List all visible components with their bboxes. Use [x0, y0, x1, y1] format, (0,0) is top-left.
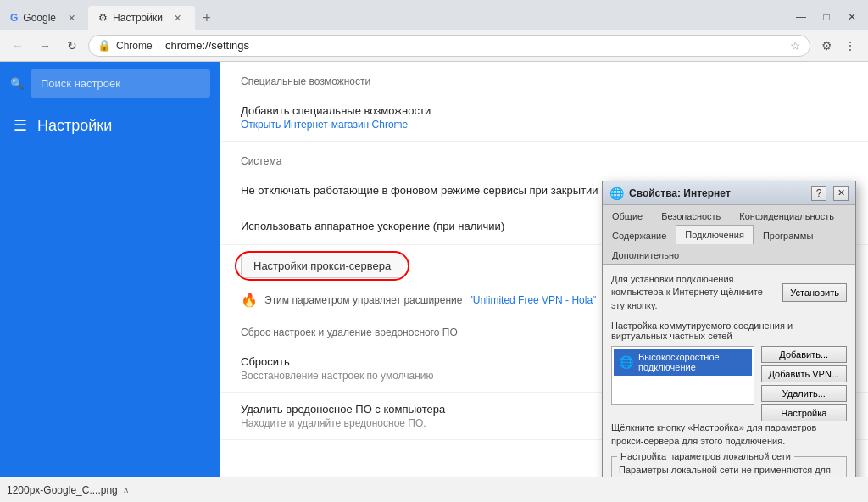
add-features-title: Добавить специальные возможности — [241, 104, 848, 117]
download-chevron-icon[interactable]: ∧ — [123, 485, 129, 494]
settings-tab-label: Настройки — [113, 12, 163, 24]
internet-properties-dialog: 🌐 Свойства: Интернет ? ✕ Общие Безопасно… — [602, 181, 856, 477]
title-bar: G Google ✕ ⚙ Настройки ✕ + — □ ✕ — [0, 0, 868, 30]
flame-icon: 🔥 — [241, 292, 258, 308]
open-store-link[interactable]: Открыть Интернет-магазин Chrome — [241, 119, 848, 131]
settings-tab-icon: ⚙ — [98, 12, 108, 24]
search-icon: 🔍 — [10, 77, 24, 90]
minimize-button[interactable]: — — [788, 8, 814, 26]
tab-connections[interactable]: Подключения — [676, 225, 754, 244]
search-input[interactable] — [31, 69, 210, 98]
close-button[interactable]: ✕ — [839, 8, 865, 26]
back-button[interactable]: ← — [7, 35, 29, 57]
tab-security[interactable]: Безопасность — [652, 207, 730, 225]
lan-section-title: Настройка параметров локальной сети — [617, 451, 794, 461]
proxy-hint-text: Щёлкните кнопку «Настройка» для параметр… — [611, 421, 847, 448]
extension-prefix: Этим параметром управляет расширение — [264, 294, 462, 306]
extensions-button[interactable]: ⚙ — [815, 35, 837, 57]
add-features-item: Добавить специальные возможности Открыть… — [220, 94, 868, 142]
window-controls: — □ ✕ — [788, 8, 868, 30]
tab-settings[interactable]: ⚙ Настройки ✕ — [88, 6, 195, 30]
connection-list: 🌐 Высокоскоростное подключение — [611, 346, 754, 405]
settings-search-bar: 🔍 — [0, 62, 220, 104]
install-row: Для установки подключения компьютера к И… — [611, 273, 847, 312]
settings-button[interactable]: Настройка — [761, 404, 847, 421]
install-text: Для установки подключения компьютера к И… — [611, 273, 776, 312]
lan-desc: Параметры локальной сети не применяются … — [619, 464, 839, 477]
connection-buttons-col: Добавить... Добавить VPN... Удалить... Н… — [761, 346, 847, 421]
extension-link[interactable]: "Unlimited Free VPN - Hola" — [469, 294, 596, 306]
special-section-header: Специальные возможности — [220, 62, 868, 94]
dialog-body: Для установки подключения компьютера к И… — [603, 265, 855, 477]
sidebar-header: ☰ Настройки — [0, 104, 220, 147]
address-separator: | — [158, 39, 160, 52]
add-button[interactable]: Добавить... — [761, 346, 847, 363]
tab-google[interactable]: G Google ✕ — [0, 6, 88, 30]
tab-programs[interactable]: Программы — [754, 226, 822, 244]
download-item[interactable]: 1200px-Google_C....png ∧ — [7, 484, 129, 496]
google-tab-icon: G — [10, 12, 18, 24]
dialog-tabs: Общие Безопасность Конфиденциальность Со… — [603, 205, 855, 265]
sidebar-title: Настройки — [37, 117, 112, 135]
dialog-icon: 🌐 — [609, 187, 624, 200]
install-button[interactable]: Установить — [782, 283, 847, 302]
highspeed-connection-item[interactable]: 🌐 Высокоскоростное подключение — [614, 349, 752, 376]
secure-icon: 🔒 — [97, 39, 111, 52]
google-tab-label: Google — [23, 12, 56, 24]
connection-label: Высокоскоростное подключение — [638, 352, 747, 372]
download-filename: 1200px-Google_C....png — [7, 484, 118, 496]
content-area: 🔍 ☰ Настройки Специальные возможности До… — [0, 62, 868, 477]
settings-tab-close[interactable]: ✕ — [171, 11, 185, 25]
vpn-section-label: Настройка коммутируемого соединения и ви… — [611, 321, 847, 341]
hamburger-icon[interactable]: ☰ — [14, 116, 27, 135]
add-vpn-button[interactable]: Добавить VPN... — [761, 365, 847, 382]
new-tab-button[interactable]: + — [195, 6, 219, 30]
lan-section: Настройка параметров локальной сети Пара… — [611, 456, 847, 477]
dialog-help-button[interactable]: ? — [811, 186, 826, 201]
secure-label: Chrome — [116, 40, 153, 52]
delete-button[interactable]: Удалить... — [761, 385, 847, 402]
bookmark-star-icon[interactable]: ☆ — [790, 39, 801, 53]
tab-privacy[interactable]: Конфиденциальность — [730, 207, 843, 225]
system-section-header: Система — [220, 142, 868, 174]
settings-sidebar: 🔍 ☰ Настройки — [0, 62, 220, 477]
dialog-close-button[interactable]: ✕ — [833, 186, 849, 201]
address-bar: ← → ↻ 🔒 Chrome | chrome://settings ☆ ⚙ ⋮ — [0, 30, 868, 62]
connection-icon: 🌐 — [619, 355, 633, 369]
forward-button[interactable]: → — [34, 35, 56, 57]
tab-general[interactable]: Общие — [603, 207, 652, 225]
address-input-container[interactable]: 🔒 Chrome | chrome://settings ☆ — [88, 35, 810, 57]
download-bar: 1200px-Google_C....png ∧ — [0, 477, 868, 502]
dialog-titlebar: 🌐 Свойства: Интернет ? ✕ — [603, 181, 855, 205]
connections-list-col: 🌐 Высокоскоростное подключение — [611, 346, 754, 421]
menu-button[interactable]: ⋮ — [839, 35, 861, 57]
tab-advanced[interactable]: Дополнительно — [603, 246, 688, 264]
tab-content[interactable]: Содержание — [603, 226, 676, 244]
connections-row: 🌐 Высокоскоростное подключение Добавить.… — [611, 346, 847, 421]
proxy-settings-button[interactable]: Настройки прокси-сервера — [241, 254, 403, 278]
address-url[interactable]: chrome://settings — [165, 39, 785, 52]
dialog-title: Свойства: Интернет — [629, 187, 806, 199]
google-tab-close[interactable]: ✕ — [64, 11, 78, 25]
maximize-button[interactable]: □ — [814, 8, 839, 26]
refresh-button[interactable]: ↻ — [61, 35, 83, 57]
toolbar-buttons: ⚙ ⋮ — [815, 35, 861, 57]
